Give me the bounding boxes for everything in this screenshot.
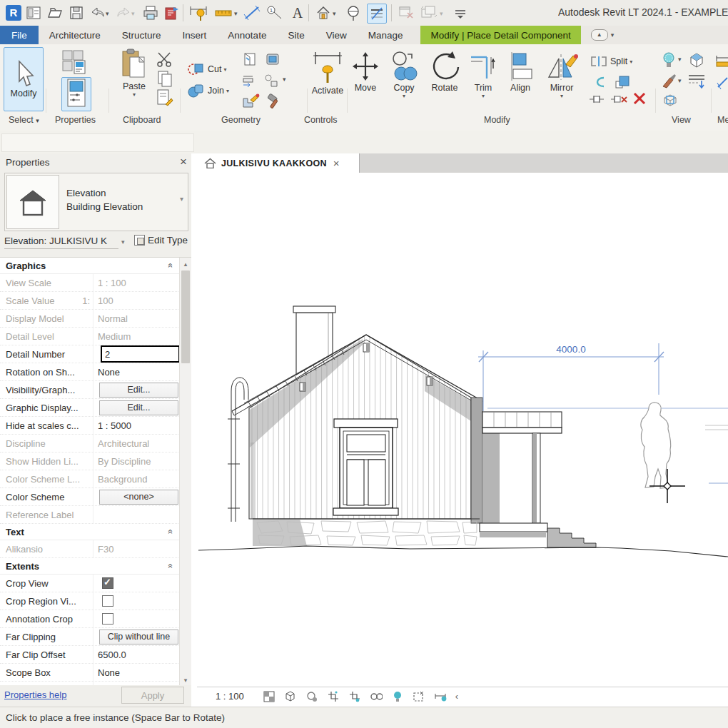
edit-type-button[interactable]: Edit Type xyxy=(134,235,188,246)
activate-dimensions-icon[interactable] xyxy=(188,4,207,22)
tab-file[interactable]: File xyxy=(0,26,39,44)
default-3d-box-icon[interactable] xyxy=(687,51,705,69)
section-icon[interactable] xyxy=(344,4,363,22)
close-hidden-windows-icon[interactable] xyxy=(397,4,415,22)
property-value[interactable]: None xyxy=(93,664,180,681)
visual-style-icon[interactable] xyxy=(284,690,297,703)
default-3d-view-dropdown[interactable]: ▾ xyxy=(333,10,336,17)
match-type-icon[interactable] xyxy=(156,89,173,107)
copy-dropdown[interactable]: ▾ xyxy=(403,93,405,99)
collapse-chevron-icon[interactable]: » xyxy=(166,530,176,535)
cut-geometry-button[interactable]: Cut ▾ xyxy=(187,61,226,77)
selection-box-icon[interactable] xyxy=(661,91,679,108)
text-icon[interactable]: A xyxy=(288,4,307,22)
properties-window-icon[interactable] xyxy=(24,4,43,22)
ribbon-collapse-dropdown[interactable]: ▾ xyxy=(611,31,615,39)
type-properties-button[interactable] xyxy=(59,49,90,77)
offset-lines-icon[interactable] xyxy=(241,73,258,89)
cope-icon[interactable] xyxy=(263,73,280,89)
view-tab[interactable]: JULKISIVU KAAKKOON × xyxy=(197,153,360,173)
wall-joins-icon[interactable] xyxy=(243,51,258,67)
revit-logo[interactable]: R xyxy=(4,4,23,22)
mirror-dropdown[interactable]: ▾ xyxy=(560,93,563,99)
reveal-constraints-icon[interactable] xyxy=(413,690,425,703)
properties-palette-header[interactable]: Properties × xyxy=(0,153,191,172)
tab-site[interactable]: Site xyxy=(277,26,315,44)
scroll-up-icon[interactable]: ▴ xyxy=(180,258,191,270)
property-value[interactable]: None xyxy=(93,363,180,380)
property-value[interactable]: 6500.0 xyxy=(93,646,180,663)
switch-windows-dropdown[interactable]: ▾ xyxy=(440,10,443,17)
undo-icon[interactable] xyxy=(89,4,107,22)
tab-annotate[interactable]: Annotate xyxy=(217,26,277,44)
checkbox-checked[interactable] xyxy=(102,577,113,589)
measure-panel-icon[interactable] xyxy=(715,53,728,69)
move-button[interactable]: Move xyxy=(349,50,382,110)
scale-icon[interactable] xyxy=(614,74,631,90)
switch-windows-icon[interactable] xyxy=(420,4,438,22)
export-icon[interactable] xyxy=(163,4,181,22)
temporary-hide-dropdown[interactable]: ▾ xyxy=(678,56,682,63)
tab-view[interactable]: View xyxy=(315,26,358,44)
scroll-down-icon[interactable]: ▾ xyxy=(180,674,191,686)
thin-lines-icon[interactable] xyxy=(367,4,387,24)
instance-combo[interactable]: Elevation: JULKISIVU K xyxy=(4,236,118,249)
rotate-button[interactable]: Rotate xyxy=(426,50,463,110)
align-button[interactable]: Align xyxy=(503,50,537,110)
delete-icon[interactable] xyxy=(632,91,647,106)
show-hidden-lines-icon[interactable] xyxy=(687,73,707,89)
pin-icon[interactable] xyxy=(588,93,605,106)
demolish-icon[interactable] xyxy=(266,93,283,110)
dimension-text[interactable]: 4000.0 xyxy=(556,344,585,355)
property-value-button[interactable]: Edit... xyxy=(99,383,178,398)
property-section-graphics[interactable]: Graphics» xyxy=(0,258,180,274)
tab-architecture[interactable]: Architecture xyxy=(39,26,111,44)
type-selector-dropdown[interactable]: ▾ xyxy=(180,195,183,203)
modify-button[interactable]: Modify xyxy=(4,47,44,111)
checkbox-unchecked[interactable] xyxy=(102,595,113,607)
property-value-button[interactable]: <none> xyxy=(99,490,178,505)
redo-dropdown[interactable]: ▾ xyxy=(131,10,135,17)
tab-insert[interactable]: Insert xyxy=(172,26,218,44)
customize-qat-icon[interactable] xyxy=(451,4,470,22)
cut-profile-icon[interactable] xyxy=(264,51,281,67)
person-figure[interactable] xyxy=(641,403,671,488)
viewbar-collapse-arrow[interactable]: ‹ xyxy=(455,691,458,702)
reveal-hidden-elements-icon[interactable] xyxy=(370,690,383,703)
override-graphics-icon[interactable] xyxy=(661,73,678,89)
paste-button[interactable]: Paste ▾ xyxy=(116,49,153,110)
copy-to-clipboard-icon[interactable] xyxy=(157,70,173,87)
aligned-dimension-icon[interactable] xyxy=(243,4,261,22)
copy-button[interactable]: Copy ▾ xyxy=(386,50,422,110)
override-graphics-dropdown[interactable]: ▾ xyxy=(678,77,682,84)
save-icon[interactable] xyxy=(67,4,86,22)
collapse-chevron-icon[interactable]: » xyxy=(166,564,176,569)
drawing-canvas[interactable]: 4000.0 xyxy=(197,173,728,687)
trim-dropdown[interactable]: ▾ xyxy=(482,93,485,99)
mirror-button[interactable]: Mirror ▾ xyxy=(543,50,580,110)
measure-icon[interactable] xyxy=(214,4,233,22)
property-section-extents[interactable]: Extents» xyxy=(0,558,180,575)
property-section-text[interactable]: Text» xyxy=(0,524,180,540)
offset-icon[interactable] xyxy=(590,74,608,90)
apply-button[interactable]: Apply xyxy=(121,687,184,704)
open-icon[interactable] xyxy=(46,4,64,22)
select-panel-label[interactable]: Select ▾ xyxy=(9,115,39,125)
property-value-button[interactable]: Edit... xyxy=(99,400,178,415)
tab-modify-contextual[interactable]: Modify | Place Detail Component xyxy=(420,26,580,44)
unpin-icon[interactable] xyxy=(610,93,628,106)
property-value-input[interactable]: 2 xyxy=(101,345,180,363)
print-icon[interactable] xyxy=(141,4,160,22)
worksharing-display-icon[interactable] xyxy=(434,690,447,703)
view-tab-close-icon[interactable]: × xyxy=(333,157,340,169)
scrollbar-thumb[interactable] xyxy=(181,271,190,363)
property-value[interactable]: 1 : 5000 xyxy=(93,417,180,434)
trim-button[interactable]: Trim ▾ xyxy=(467,50,499,110)
paste-dropdown[interactable]: ▾ xyxy=(133,91,136,98)
close-icon[interactable]: × xyxy=(180,155,187,169)
activate-controls-button[interactable]: Activate xyxy=(310,49,345,110)
properties-help-link[interactable]: Properties help xyxy=(4,689,66,700)
collapse-chevron-icon[interactable]: » xyxy=(166,263,176,268)
measure-line-icon[interactable] xyxy=(717,76,728,90)
type-selector[interactable]: Elevation Building Elevation ▾ xyxy=(4,173,188,231)
